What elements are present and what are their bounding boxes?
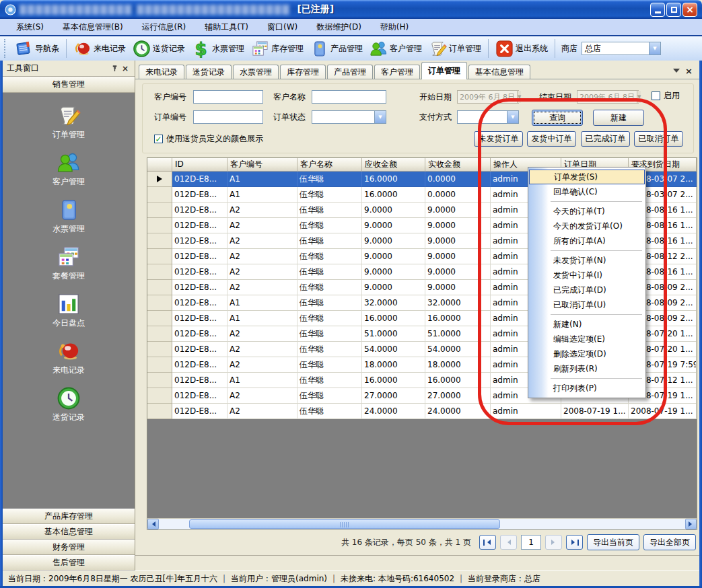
shop-combobox[interactable]: 总店 ▼: [582, 42, 661, 55]
pay-method-combobox[interactable]: ▼: [457, 110, 519, 124]
row-selector[interactable]: [147, 326, 172, 342]
start-date-picker[interactable]: 2009年 6月 8日 ▼: [457, 90, 519, 104]
context-menu-item-15[interactable]: 刷新列表(R): [529, 361, 645, 376]
row-selector[interactable]: [147, 280, 172, 295]
tab-4[interactable]: 产品管理: [327, 65, 373, 79]
customer-no-input[interactable]: [193, 90, 263, 104]
toolbar-button-3[interactable]: $水票管理: [188, 38, 248, 59]
row-selector[interactable]: [147, 388, 172, 404]
context-menu-item-17[interactable]: 打印列表(P): [529, 381, 645, 396]
last-page-button[interactable]: [566, 535, 583, 550]
prev-page-button[interactable]: [500, 535, 517, 550]
chevron-down-icon[interactable]: ▼: [374, 111, 386, 123]
sidebar-group-sales[interactable]: 销售管理: [3, 77, 135, 93]
menu-item-1[interactable]: 基本信息管理(B): [53, 22, 133, 33]
menu-item-3[interactable]: 辅助工具(T): [195, 22, 258, 33]
column-header-1[interactable]: 客户编号: [227, 158, 297, 172]
context-menu-item-3[interactable]: 今天的订单(T): [529, 204, 645, 219]
scroll-right-icon[interactable]: [685, 519, 697, 529]
color-display-checkbox[interactable]: ✓ 使用送货员定义的颜色展示: [154, 133, 263, 145]
row-selector[interactable]: [147, 203, 172, 218]
sidebar-group-3[interactable]: 售后管理: [3, 555, 135, 571]
table-row[interactable]: 012D-E8...A2伍华聪24.000024.0000admin2008-0…: [147, 404, 697, 419]
sidebar-group-2[interactable]: 财务管理: [3, 540, 135, 555]
context-menu-item-8[interactable]: 发货中订单(I): [529, 268, 645, 283]
sidebar-item-3[interactable]: 套餐管理: [3, 245, 135, 282]
tab-7[interactable]: 基本信息管理: [468, 65, 530, 79]
export-current-page-button[interactable]: 导出当前页: [587, 534, 639, 550]
tab-3[interactable]: 库存管理: [280, 65, 326, 79]
row-selector[interactable]: [147, 311, 172, 326]
chevron-down-icon[interactable]: ▼: [507, 111, 518, 123]
horizontal-scrollbar[interactable]: [147, 518, 697, 529]
column-header-4[interactable]: 实收金额: [425, 158, 491, 172]
row-selector[interactable]: [147, 357, 172, 373]
row-selector[interactable]: [147, 218, 172, 233]
toolbar-button-0[interactable]: 导航条: [11, 38, 63, 59]
state-filter-button-3[interactable]: 已取消订单: [634, 131, 683, 147]
sidebar-item-6[interactable]: 送货记录: [3, 386, 135, 423]
row-selector[interactable]: [147, 172, 172, 187]
tab-close-icon[interactable]: ×: [685, 66, 693, 76]
row-selector[interactable]: [147, 342, 172, 357]
enable-checkbox[interactable]: ✓ 启用: [652, 90, 680, 102]
close-button[interactable]: ×: [682, 3, 697, 17]
sidebar-item-2[interactable]: 水票管理: [3, 198, 135, 235]
column-header-0[interactable]: ID: [172, 158, 227, 172]
toolbar-button-6[interactable]: 客户管理: [366, 38, 425, 59]
toolbar-button-8[interactable]: 退出系统: [492, 38, 551, 59]
customer-name-input[interactable]: [312, 90, 386, 104]
row-selector[interactable]: [147, 249, 172, 264]
sidebar-item-4[interactable]: 今日盘点: [3, 292, 135, 329]
toolbar-grip[interactable]: [4, 39, 8, 58]
sidebar-item-5[interactable]: 来电记录: [3, 339, 135, 376]
toolbar-button-1[interactable]: 来电记录: [70, 38, 129, 59]
state-filter-button-1[interactable]: 发货中订单: [527, 131, 576, 147]
tool-window-close-icon[interactable]: ×: [120, 63, 131, 73]
row-selector[interactable]: [147, 264, 172, 280]
context-menu-item-14[interactable]: 删除选定项(D): [529, 346, 645, 361]
sidebar-item-1[interactable]: 客户管理: [3, 151, 135, 188]
query-button[interactable]: 查询: [532, 110, 583, 126]
new-button[interactable]: 新建: [593, 110, 644, 126]
scroll-left-icon[interactable]: [147, 519, 159, 529]
state-filter-button-0[interactable]: 未发货订单: [474, 131, 523, 147]
context-menu-item-7[interactable]: 未发货订单(N): [529, 253, 645, 268]
column-header-2[interactable]: 客户名称: [297, 158, 362, 172]
end-date-picker[interactable]: 2009年 6月 8日 ▼: [577, 90, 639, 104]
page-number-input[interactable]: [521, 535, 541, 550]
tab-1[interactable]: 送货记录: [186, 65, 232, 79]
first-page-button[interactable]: [479, 535, 496, 550]
order-no-input[interactable]: [193, 110, 263, 124]
minimize-button[interactable]: [650, 3, 665, 17]
menu-item-2[interactable]: 运行信息(R): [133, 22, 196, 33]
row-selector[interactable]: [147, 404, 172, 419]
next-page-button[interactable]: [545, 535, 562, 550]
toolbar-button-4[interactable]: 库存管理: [248, 38, 307, 59]
context-menu-item-1[interactable]: 回单确认(C): [529, 184, 645, 199]
sidebar-group-1[interactable]: 基本信息管理: [3, 524, 135, 540]
tab-2[interactable]: 水票管理: [233, 65, 279, 79]
tab-list-dropdown-icon[interactable]: [673, 69, 680, 76]
enable-checkbox-box[interactable]: ✓: [652, 91, 660, 100]
tab-6[interactable]: 订单管理: [421, 62, 467, 79]
row-selector[interactable]: [147, 187, 172, 203]
column-header-3[interactable]: 应收金额: [362, 158, 425, 172]
context-menu-item-12[interactable]: 新建(N): [529, 317, 645, 332]
context-menu-item-9[interactable]: 已完成订单(D): [529, 283, 645, 297]
context-menu-item-5[interactable]: 所有的订单(A): [529, 233, 645, 248]
menu-item-6[interactable]: 帮助(H): [371, 22, 418, 33]
row-selector[interactable]: [147, 233, 172, 249]
order-state-combobox[interactable]: ▼: [312, 110, 386, 124]
context-menu-item-13[interactable]: 编辑选定项(E): [529, 332, 645, 346]
context-menu-item-4[interactable]: 今天的发货订单(O): [529, 219, 645, 233]
menu-item-0[interactable]: 系统(S): [7, 22, 53, 33]
menu-item-4[interactable]: 窗口(W): [258, 22, 307, 33]
menu-item-5[interactable]: 数据维护(D): [307, 22, 371, 33]
color-checkbox-box[interactable]: ✓: [154, 135, 163, 143]
row-selector[interactable]: [147, 295, 172, 311]
export-all-pages-button[interactable]: 导出全部页: [643, 534, 696, 550]
context-menu-item-0[interactable]: 订单发货(S): [529, 170, 645, 184]
toolbar-button-5[interactable]: 产品管理: [307, 38, 366, 59]
maximize-button[interactable]: [666, 3, 681, 17]
